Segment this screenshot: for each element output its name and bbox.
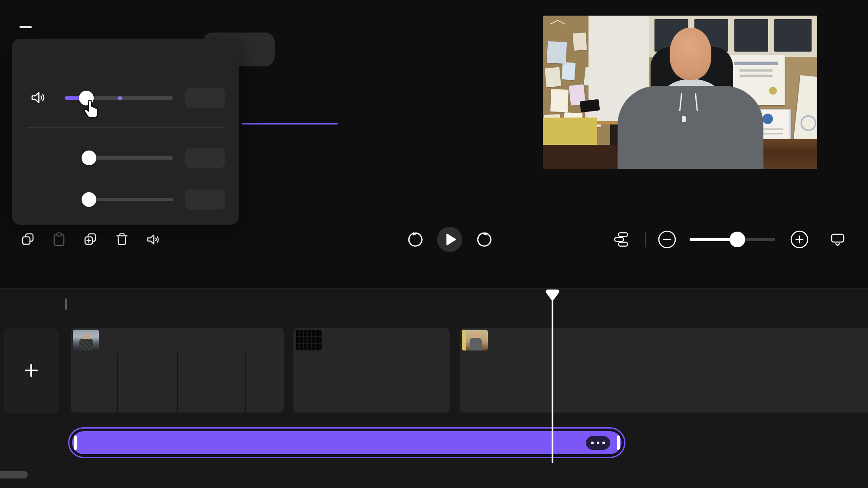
paper <box>573 33 587 51</box>
volume-default-dot <box>118 96 122 100</box>
audio-track-waveform <box>82 435 613 451</box>
volume-effects-panel <box>12 39 239 225</box>
fade-out-slider-handle[interactable] <box>82 192 96 207</box>
clip-1-thumbnail <box>73 330 99 350</box>
dot-icon <box>602 442 605 444</box>
dot-icon <box>591 442 594 444</box>
clip-3-thumbnail <box>462 330 488 350</box>
person-body <box>618 86 763 169</box>
video-editor-app <box>0 0 868 488</box>
thumbnail-person-body <box>470 338 482 350</box>
segment-boundary <box>245 353 246 413</box>
clip-2-waveform <box>293 353 450 413</box>
lapel-mic <box>682 116 686 122</box>
fade-in-slider-handle[interactable] <box>82 151 96 165</box>
zoom-out-button[interactable] <box>658 230 677 249</box>
thumbnail-wall <box>462 330 466 350</box>
fade-in-value-badge[interactable] <box>185 148 225 168</box>
paper <box>562 62 576 80</box>
paper <box>550 89 569 112</box>
clip-volume-icon[interactable] <box>145 232 161 247</box>
collapse-panel-button[interactable] <box>20 26 32 28</box>
timeline-clip-3[interactable] <box>460 328 868 413</box>
speaker-icon <box>30 89 47 106</box>
segment-boundary <box>177 353 178 413</box>
clip-3-waveform <box>460 353 868 413</box>
volume-value-badge[interactable] <box>185 88 225 108</box>
toolbar-divider <box>645 232 646 247</box>
watermark <box>548 19 567 28</box>
skip-back-5-button[interactable] <box>408 232 423 247</box>
paste-icon <box>51 232 67 247</box>
cabinet-glass <box>774 19 812 52</box>
plus-icon <box>30 364 32 377</box>
segment-boundary <box>117 353 118 413</box>
skip-forward-5-button[interactable] <box>477 232 492 247</box>
zoom-in-button[interactable] <box>790 230 809 249</box>
play-button[interactable] <box>437 227 462 252</box>
clip-2-thumbnail <box>296 330 322 350</box>
panel-divider <box>27 127 225 128</box>
watermark-roof-icon <box>548 20 567 25</box>
dot-icon <box>597 442 599 444</box>
thumbnail-person-body <box>79 339 93 350</box>
audio-track-selected[interactable] <box>68 427 625 458</box>
playhead-line[interactable] <box>552 299 553 463</box>
timeline-clip-2[interactable] <box>293 328 450 413</box>
horizontal-scrollbar-thumb[interactable] <box>0 471 28 478</box>
audio-trim-handle-right[interactable] <box>617 436 620 450</box>
timeline-zoom-slider-handle[interactable] <box>730 232 745 247</box>
add-clip-button[interactable] <box>4 328 59 413</box>
delete-icon[interactable] <box>114 232 130 247</box>
tracks-view-icon[interactable] <box>613 232 629 247</box>
duplicate-icon[interactable] <box>83 232 99 247</box>
playhead-marker[interactable] <box>544 288 561 301</box>
audio-more-options-button[interactable] <box>586 436 610 450</box>
skip-forward-icon <box>477 232 492 247</box>
cabinet-glass <box>734 19 768 52</box>
audio-trim-handle-left[interactable] <box>74 436 77 450</box>
paper <box>545 67 561 88</box>
person-head <box>670 28 711 80</box>
fade-out-value-badge[interactable] <box>185 190 225 210</box>
section-color-bar <box>65 298 67 310</box>
video-preview <box>543 16 817 169</box>
copy-icon[interactable] <box>20 232 36 247</box>
paper <box>547 41 567 64</box>
timeline-clip-1[interactable] <box>71 328 284 413</box>
hand-cursor <box>81 96 101 118</box>
wall-object <box>580 99 600 112</box>
play-icon <box>437 227 462 252</box>
hide-canvas-icon[interactable] <box>830 232 845 247</box>
skip-back-icon <box>408 232 423 247</box>
active-text-underline <box>242 123 338 124</box>
